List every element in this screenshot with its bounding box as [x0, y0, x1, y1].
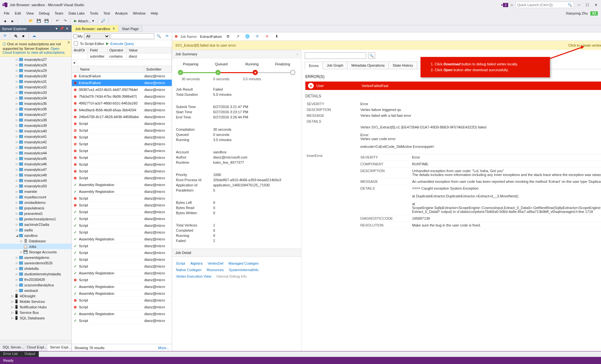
- job-link[interactable]: Resources: [207, 267, 224, 273]
- attach-button[interactable]: ▶ Attach... ▾: [72, 18, 96, 24]
- job-row[interactable]: ✓Scriptdianz@micro: [72, 222, 172, 229]
- tree-node[interactable]: ▷pretechreadydemo1: [0, 216, 71, 222]
- menu-window[interactable]: Window: [130, 11, 148, 16]
- tree-node[interactable]: ▷msanalytics47: [0, 167, 71, 172]
- job-link[interactable]: Algebra: [190, 260, 202, 267]
- quick-launch-input[interactable]: 🔍: [516, 2, 574, 8]
- tree-node[interactable]: ▷msanalytics41: [0, 134, 71, 139]
- tree-node[interactable]: ▷saveenbigdemo: [0, 255, 71, 260]
- job-row[interactable]: ✓Assembly Registrationdianz@micro: [72, 270, 172, 277]
- browser-icon[interactable]: 🌐: [244, 33, 251, 40]
- job-row[interactable]: ⊗Scriptdianz@micro: [72, 175, 172, 182]
- tree-node[interactable]: ▷msanalytics34: [0, 95, 71, 101]
- filter-add-row[interactable]: ▸: [72, 60, 172, 66]
- tree-node[interactable]: ▷shdebdla: [0, 266, 71, 271]
- job-row[interactable]: ✓Assembly Registrationdianz@micro: [72, 182, 172, 188]
- tree-node[interactable]: ▷saveendemo0526: [0, 260, 71, 266]
- job-row[interactable]: ⊗Scriptdianz@micro: [72, 277, 172, 283]
- tree-node[interactable]: ▷msanalytics33: [0, 90, 71, 95]
- tree-node[interactable]: ▷msanalytics31: [0, 79, 71, 84]
- error-tab[interactable]: Metadata Operations: [347, 61, 389, 69]
- job-row[interactable]: ⊗498277cf-acb7-48b0-b52c-8453a160dianz@m…: [72, 100, 172, 107]
- tree-node[interactable]: ▷msanalytics30: [0, 73, 71, 79]
- search-input[interactable]: [111, 33, 154, 39]
- tree-node[interactable]: ▷msanalytics48: [0, 172, 71, 178]
- tree-node[interactable]: ▷msanalytics49: [0, 178, 71, 183]
- job-row[interactable]: ✓Assembly Registrationdianz@micro: [72, 283, 172, 290]
- job-row[interactable]: ✓Scriptdianz@micro: [72, 256, 172, 263]
- tree-node[interactable]: ▷mwinkle: [0, 189, 71, 194]
- error-item[interactable]: ✕ User VertexFailedFast: [305, 82, 601, 90]
- error-search-input[interactable]: [305, 52, 366, 59]
- user-name[interactable]: Xiaoyong Zhu: [566, 11, 588, 15]
- tree-node[interactable]: ▷msanalytics27: [0, 57, 71, 62]
- refresh-icon[interactable]: ⟳: [1, 32, 8, 39]
- job-row[interactable]: ⊗ExtractFailuredianz@micro: [72, 73, 172, 80]
- tree-node[interactable]: ▷msanalytics43: [0, 145, 71, 150]
- tree-node[interactable]: ▷msanalytics39: [0, 123, 71, 128]
- job-row[interactable]: ⊗246e6705-8c17-4626-b838-44590abedianz@m…: [72, 114, 172, 120]
- tree-node[interactable]: ▷msanalytics36: [0, 106, 71, 112]
- menu-edit[interactable]: Edit: [12, 11, 24, 16]
- job-link[interactable]: SystemInternalInfo: [229, 267, 258, 273]
- tree-node[interactable]: ▷omidadldemo: [0, 200, 71, 205]
- new-project-button[interactable]: 📄: [20, 17, 27, 25]
- tree-node[interactable]: ▷msanalytics46: [0, 161, 71, 167]
- left-tab[interactable]: Server Expl...: [47, 344, 71, 351]
- tab-close-icon[interactable]: ✕: [112, 27, 115, 31]
- tree-node[interactable]: ▷msanalytics35: [0, 101, 71, 106]
- job-row[interactable]: ✓Assembly Registrationdianz@micro: [72, 236, 172, 243]
- find-button[interactable]: 🔎: [100, 17, 107, 25]
- job-row[interactable]: ⊗Scriptdianz@micro: [72, 134, 172, 141]
- tree-node[interactable]: ▷msanalytics40: [0, 128, 71, 134]
- open-external-icon[interactable]: ↗: [234, 33, 241, 40]
- tree-node[interactable]: ▷📱Mobile Services: [0, 299, 71, 304]
- more-link[interactable]: More...: [158, 346, 169, 350]
- menu-analyze[interactable]: Analyze: [113, 11, 130, 16]
- save-all-button[interactable]: 💾: [43, 17, 50, 25]
- collapse-icon[interactable]: ‹: [297, 52, 298, 56]
- job-row[interactable]: ⊗Scriptdianz@micro: [72, 168, 172, 175]
- tree-node[interactable]: ▷📱Notification Hubs: [0, 304, 71, 310]
- bottom-tab[interactable]: Error List: [0, 351, 21, 357]
- tree-node[interactable]: ▷📱SQL Databases: [0, 315, 71, 321]
- tree-node[interactable]: ◢sandbox: [0, 233, 71, 238]
- tree-node[interactable]: ▷thv20160428: [0, 277, 71, 282]
- error-tab[interactable]: Errors: [305, 62, 323, 69]
- tree-node[interactable]: ▷msanalytics50: [0, 183, 71, 189]
- notification-flag-icon[interactable]: ▾2: [501, 3, 508, 7]
- tree-node[interactable]: ▷🗄Databases: [0, 238, 71, 244]
- job-row[interactable]: ⊗Scriptdianz@micro: [72, 195, 172, 202]
- to-script-checkbox[interactable]: [74, 41, 78, 46]
- menu-view[interactable]: View: [24, 11, 37, 16]
- document-tab[interactable]: Start Page: [119, 25, 142, 32]
- tree-node[interactable]: ▷msanalytics42: [0, 139, 71, 145]
- my-jobs-checkbox[interactable]: My: [73, 33, 83, 39]
- job-row[interactable]: ⊗Scriptdianz@micro: [72, 148, 172, 154]
- cancel-icon[interactable]: ✕: [263, 33, 270, 40]
- job-row[interactable]: ⊗7fdcbd78-743d-47bc-9b08-3986e87(dianz@m…: [72, 93, 172, 100]
- bottom-tab[interactable]: Output: [21, 351, 39, 357]
- job-row[interactable]: ⊗08387ca1-e01f-4b31-bb87-0927f4deldianz@…: [72, 86, 172, 93]
- banner-close-icon[interactable]: ✕: [67, 40, 70, 45]
- azure-icon[interactable]: ☁: [30, 32, 38, 39]
- job-row[interactable]: ✓Scriptdianz@micro: [72, 249, 172, 256]
- server-explorer-tree[interactable]: ▷msanalytics27▷msanalytics28▷msanalytics…: [0, 57, 71, 340]
- nav-back-button[interactable]: ◄: [1, 17, 8, 25]
- job-row[interactable]: ✓Scriptdianz@micro: [72, 209, 172, 215]
- tree-node[interactable]: ▷📱HDInsight: [0, 293, 71, 299]
- left-tab[interactable]: Cloud Expl...: [24, 344, 48, 351]
- panel-close-icon[interactable]: ✕: [64, 27, 70, 31]
- tree-node[interactable]: ▷msanalytics28: [0, 62, 71, 68]
- job-row[interactable]: ⊘Scriptdianz@micro: [72, 141, 172, 148]
- error-tab[interactable]: Job Graph: [322, 61, 347, 69]
- job-row[interactable]: ✓Assembly Registrationdianz@micro: [72, 290, 172, 297]
- job-row[interactable]: ✓Scriptdianz@micro: [72, 263, 172, 270]
- job-row[interactable]: ⊗64ed9ac6-fb56-4bd9-b5aa-3bb4204:dianz@m…: [72, 107, 172, 114]
- menu-tools[interactable]: Tools: [87, 11, 101, 16]
- filter-dropdown[interactable]: All: [84, 33, 110, 39]
- error-search-button[interactable]: 🔍: [368, 52, 375, 59]
- redo-button[interactable]: ↷: [61, 17, 69, 25]
- menu-help[interactable]: Help: [148, 11, 161, 16]
- job-row[interactable]: ⊗ExtractFailuredianz@micro: [72, 80, 172, 86]
